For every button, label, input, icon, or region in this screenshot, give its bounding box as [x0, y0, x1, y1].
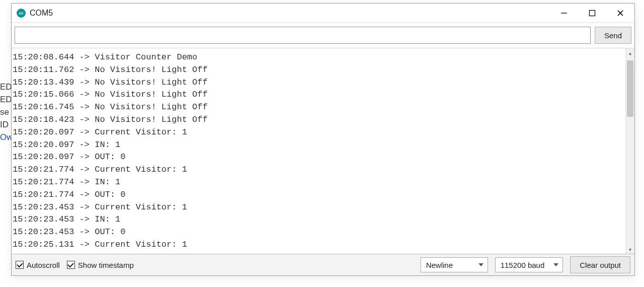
scrollbar-thumb[interactable] — [627, 60, 633, 117]
autoscroll-label: Autoscroll — [27, 261, 60, 269]
serial-monitor-window: COM5 Send 15:20:08.644 -> Visitor Counte… — [11, 3, 635, 276]
minimize-button[interactable] — [550, 4, 578, 23]
chevron-down-icon — [553, 263, 558, 266]
line-ending-select[interactable]: Newline — [421, 257, 488, 272]
svg-rect-1 — [590, 10, 595, 16]
titlebar: COM5 — [12, 4, 634, 23]
checkbox-icon — [16, 261, 24, 269]
line-ending-value: Newline — [426, 261, 453, 269]
close-button[interactable] — [606, 4, 634, 23]
baud-rate-value: 115200 baud — [501, 261, 545, 269]
vertical-scrollbar[interactable]: ▴ ▾ — [625, 48, 634, 254]
maximize-button[interactable] — [578, 4, 606, 23]
arduino-icon — [17, 9, 26, 18]
baud-rate-select[interactable]: 115200 baud — [495, 257, 564, 272]
scroll-up-arrow-icon[interactable]: ▴ — [626, 48, 634, 57]
output-area: 15:20:08.644 -> Visitor Counter Demo 15:… — [12, 48, 634, 254]
show-timestamp-checkbox[interactable]: Show timestamp — [67, 261, 134, 269]
scroll-down-arrow-icon[interactable]: ▾ — [626, 245, 634, 254]
send-button[interactable]: Send — [595, 27, 631, 44]
checkbox-icon — [67, 261, 75, 269]
chevron-down-icon — [478, 263, 484, 266]
clear-output-button[interactable]: Clear output — [570, 256, 630, 273]
serial-output-text[interactable]: 15:20:08.644 -> Visitor Counter Demo 15:… — [12, 48, 625, 254]
show-timestamp-label: Show timestamp — [78, 261, 134, 269]
autoscroll-checkbox[interactable]: Autoscroll — [16, 261, 60, 269]
window-title: COM5 — [30, 9, 53, 18]
send-row: Send — [12, 23, 634, 48]
serial-send-input[interactable] — [15, 27, 591, 44]
bottom-toolbar: Autoscroll Show timestamp Newline 115200… — [12, 254, 634, 275]
